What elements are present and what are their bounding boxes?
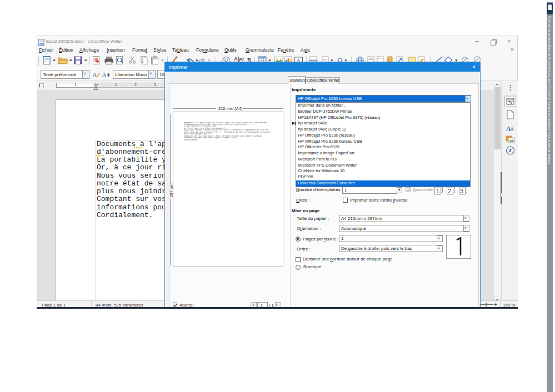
- svg-text:Cordialement.: Cordialement.: [184, 139, 198, 141]
- svg-text:A: A: [92, 71, 97, 79]
- svg-text:A: A: [102, 71, 107, 79]
- svg-text:3: 3: [460, 188, 463, 194]
- svg-text:2: 2: [448, 188, 451, 194]
- svg-text:1: 1: [436, 188, 439, 194]
- svg-text:A: A: [510, 126, 514, 132]
